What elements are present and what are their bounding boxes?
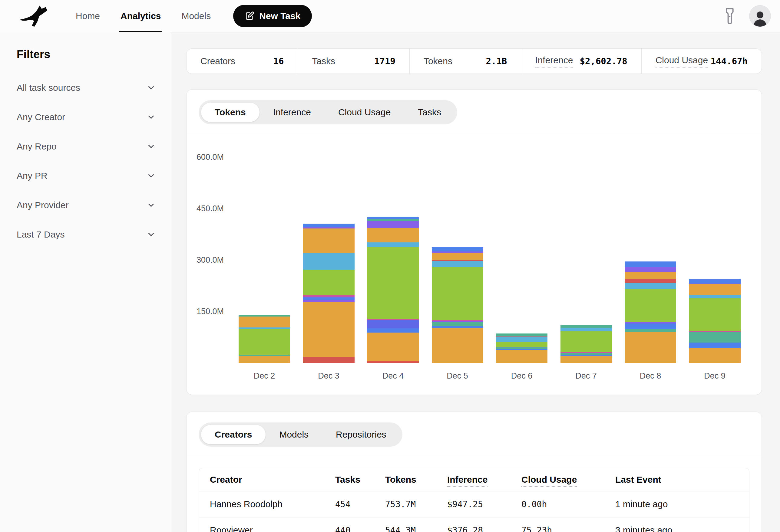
bar-segment-sky — [625, 283, 676, 289]
tab-tokens[interactable]: Tokens — [201, 103, 259, 122]
bar-segment-orange — [303, 302, 354, 357]
bar-segment-blue — [689, 342, 741, 348]
y-axis-label: 450.0M — [197, 204, 224, 213]
col-tokens: Tokens — [385, 468, 447, 491]
col-inference-label[interactable]: Inference — [447, 475, 487, 487]
bar-segment-red — [625, 279, 676, 283]
filter-label: Any Creator — [17, 112, 65, 122]
breakdown-card: Creators Models Repositories Creator Tas… — [186, 412, 762, 532]
filter-label: Last 7 Days — [17, 229, 64, 240]
cell-tokens: 753.7M — [385, 491, 447, 517]
bar-dec-4[interactable] — [367, 217, 419, 363]
bar-segment-teal — [432, 322, 483, 326]
usage-chart-card: Tokens Inference Cloud Usage Tasks 150.0… — [186, 89, 762, 395]
bar-segment-orange — [560, 356, 612, 363]
cell-last-event: 3 minutes ago — [615, 517, 749, 532]
tab-inference[interactable]: Inference — [259, 103, 325, 122]
x-axis-label: Dec 8 — [625, 371, 676, 381]
table-row-creator-1[interactable]: Hannes Roodolph 454 753.7M $947.25 0.00h… — [199, 491, 749, 517]
y-axis-label: 600.0M — [197, 152, 224, 162]
bar-segment-orange — [625, 332, 676, 363]
filter-provider[interactable]: Any Provider — [0, 190, 171, 220]
stat-value: $2,602.78 — [580, 56, 627, 66]
filter-repo[interactable]: Any Repo — [0, 131, 171, 161]
bar-segment-sky — [303, 253, 354, 269]
stat-value: 2.1B — [486, 56, 507, 66]
table-row-creator-2[interactable]: Rooviewer 440 544.3M $376.28 75.23h 3 mi… — [199, 517, 749, 532]
chevron-down-icon — [147, 83, 156, 92]
stat-cloud-usage: Cloud Usage 144.67h — [641, 49, 762, 73]
cell-tokens: 544.3M — [385, 517, 447, 532]
breakdown-tabs: Creators Models Repositories — [199, 422, 402, 447]
bar-segment-orange — [367, 228, 419, 243]
stat-label-cloud-usage[interactable]: Cloud Usage — [655, 55, 708, 67]
bar-segment-sky — [367, 243, 419, 247]
tab-creators[interactable]: Creators — [201, 425, 265, 444]
chevron-down-icon — [147, 113, 156, 122]
chevron-down-icon — [147, 201, 156, 210]
bar-segment-orange — [239, 317, 290, 327]
x-axis-label: Dec 9 — [689, 371, 741, 381]
bar-dec-3[interactable] — [303, 224, 354, 363]
filter-label: All task sources — [17, 83, 80, 93]
chart-tabs: Tokens Inference Cloud Usage Tasks — [199, 100, 457, 124]
tab-models[interactable]: Models — [265, 425, 322, 444]
cell-inference: $376.28 — [447, 517, 522, 532]
bar-segment-orange — [625, 272, 676, 279]
bar-segment-blue — [432, 326, 483, 328]
stat-value: 144.67h — [711, 56, 747, 66]
cell-cloud-usage: 0.00h — [522, 491, 615, 517]
bar-dec-2[interactable] — [239, 315, 290, 363]
cell-creator: Hannes Roodolph — [199, 491, 335, 517]
filter-date-range[interactable]: Last 7 Days — [0, 220, 171, 249]
chevron-down-icon — [147, 230, 156, 239]
creators-table: Creator Tasks Tokens Inference Cloud Usa… — [199, 468, 749, 532]
stat-label: Tasks — [312, 56, 335, 66]
filter-label: Any Repo — [17, 141, 57, 152]
flashlight-icon[interactable] — [723, 8, 736, 24]
bar-dec-7[interactable] — [560, 325, 612, 363]
filter-list: All task sources Any Creator Any Repo An… — [0, 73, 171, 249]
bar-segment-teal — [496, 333, 547, 335]
table-header-row: Creator Tasks Tokens Inference Cloud Usa… — [199, 468, 749, 491]
tab-cloud-usage[interactable]: Cloud Usage — [325, 103, 404, 122]
top-navbar: Home Analytics Models New Task — [0, 0, 780, 32]
cell-tasks: 440 — [335, 517, 385, 532]
bar-dec-5[interactable] — [432, 247, 483, 363]
chart-tab-section: Tokens Inference Cloud Usage Tasks — [187, 90, 762, 135]
bar-dec-8[interactable] — [625, 261, 676, 363]
bar-segment-violet — [303, 300, 354, 302]
stat-label: Tokens — [424, 56, 452, 66]
nav-link-analytics[interactable]: Analytics — [110, 0, 171, 32]
stat-tasks: Tasks 1719 — [298, 49, 409, 73]
bar-segment-orange — [689, 348, 741, 363]
breakdown-tab-section: Creators Models Repositories — [187, 412, 762, 457]
bar-segment-teal — [367, 219, 419, 221]
col-creator: Creator — [199, 468, 335, 491]
kangaroo-logo-icon[interactable] — [19, 5, 53, 27]
filters-sidebar: Filters All task sources Any Creator Any… — [0, 33, 171, 532]
filter-pr[interactable]: Any PR — [0, 161, 171, 190]
stat-tokens: Tokens 2.1B — [409, 49, 521, 73]
bar-dec-6[interactable] — [496, 333, 547, 363]
bar-segment-green — [496, 342, 547, 347]
nav-links: Home Analytics Models — [65, 0, 221, 32]
filter-label: Any PR — [17, 171, 48, 181]
tab-repositories[interactable]: Repositories — [322, 425, 400, 444]
bar-segment-teal — [625, 329, 676, 332]
stat-label-inference[interactable]: Inference — [535, 55, 573, 67]
col-cloud-usage-label[interactable]: Cloud Usage — [522, 475, 577, 487]
tokens-stacked-bar-chart: 150.0M300.0M450.0M600.0MDec 2Dec 3Dec 4D… — [187, 135, 762, 395]
new-task-button[interactable]: New Task — [233, 5, 312, 27]
bar-segment-orange — [432, 328, 483, 363]
nav-link-home[interactable]: Home — [65, 0, 110, 32]
nav-link-models[interactable]: Models — [171, 0, 221, 32]
tab-tasks[interactable]: Tasks — [404, 103, 455, 122]
bar-segment-blue — [432, 247, 483, 252]
user-avatar[interactable] — [749, 5, 771, 27]
filter-task-sources[interactable]: All task sources — [0, 73, 171, 102]
analytics-page: Home Analytics Models New Task — [0, 0, 780, 532]
filter-creator[interactable]: Any Creator — [0, 102, 171, 131]
x-axis-label: Dec 3 — [303, 371, 354, 381]
bar-dec-9[interactable] — [689, 279, 741, 363]
